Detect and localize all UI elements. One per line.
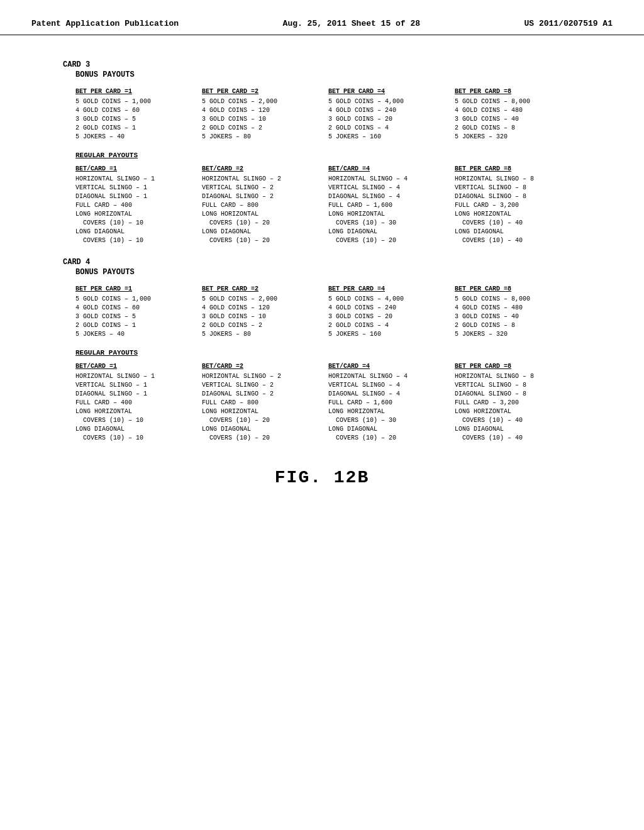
card3-reg-col1-header: BET/CARD =1	[75, 164, 196, 174]
page-header: Patent Application Publication Aug. 25, …	[0, 0, 644, 35]
card3-bonus-col3: BET PER CARD =4 5 GOLD COINS – 4,000 4 G…	[328, 87, 455, 141]
card3-bonus-col1-header: BET PER CARD =1	[75, 87, 196, 96]
card4-bonus-col4-header: BET PER CARD =8	[455, 284, 575, 294]
card4-reg-col4-header: BET PER CARD =8	[455, 362, 575, 371]
card4-regular-grid: BET/CARD =1 HORIZONTAL SLINGO – 1 VERTIC…	[75, 362, 581, 443]
card3-regular-grid: BET/CARD =1 HORIZONTAL SLINGO – 1 VERTIC…	[75, 164, 581, 245]
card4-regular-payout: REGULAR PAYOUTS BET/CARD =1 HORIZONTAL S…	[63, 349, 581, 443]
card4-bonus-col3: BET PER CARD =4 5 GOLD COINS – 4,000 4 G…	[328, 284, 455, 339]
card4-regular-title: REGULAR PAYOUTS	[75, 349, 581, 357]
card3-section: CARD 3 BONUS PAYOUTS BET PER CARD =1 5 G…	[63, 60, 581, 245]
card3-reg-col2: BET/CARD =2 HORIZONTAL SLINGO – 2 VERTIC…	[202, 164, 328, 245]
card4-reg-col1: BET/CARD =1 HORIZONTAL SLINGO – 1 VERTIC…	[75, 362, 202, 443]
page-content: CARD 3 BONUS PAYOUTS BET PER CARD =1 5 G…	[0, 35, 644, 512]
card4-bonus-col4: BET PER CARD =8 5 GOLD COINS – 8,000 4 G…	[455, 284, 581, 339]
card4-bonus-col1: BET PER CARD =1 5 GOLD COINS – 1,000 4 G…	[75, 284, 202, 339]
card4-bonus-col1-header: BET PER CARD =1	[75, 284, 196, 294]
card3-reg-col4: BET PER CARD =8 HORIZONTAL SLINGO – 8 VE…	[455, 164, 581, 245]
card3-bonus-title: BONUS PAYOUTS	[75, 70, 581, 79]
card4-bonus-col2: BET PER CARD =2 5 GOLD COINS – 2,000 4 G…	[202, 284, 328, 339]
card4-bonus-col2-header: BET PER CARD =2	[202, 284, 322, 294]
card3-bonus-grid: BET PER CARD =1 5 GOLD COINS – 1,000 4 G…	[75, 87, 581, 141]
header-center: Aug. 25, 2011 Sheet 15 of 28	[283, 19, 420, 28]
card3-bonus-payout: BET PER CARD =1 5 GOLD COINS – 1,000 4 G…	[63, 87, 581, 141]
card3-reg-col2-header: BET/CARD =2	[202, 164, 322, 174]
card3-bonus-col2-header: BET PER CARD =2	[202, 87, 322, 96]
figure-caption: FIG. 12B	[63, 468, 581, 487]
card3-bonus-col1: BET PER CARD =1 5 GOLD COINS – 1,000 4 G…	[75, 87, 202, 141]
card4-reg-col4: BET PER CARD =8 HORIZONTAL SLINGO – 8 VE…	[455, 362, 581, 443]
card3-bonus-col2: BET PER CARD =2 5 GOLD COINS – 2,000 4 G…	[202, 87, 328, 141]
card4-section: CARD 4 BONUS PAYOUTS BET PER CARD =1 5 G…	[63, 258, 581, 443]
card4-title: CARD 4	[63, 258, 581, 267]
card3-bonus-col4: BET PER CARD =8 5 GOLD COINS – 8,000 4 G…	[455, 87, 581, 141]
card4-reg-col2: BET/CARD =2 HORIZONTAL SLINGO – 2 VERTIC…	[202, 362, 328, 443]
card3-regular-payout: REGULAR PAYOUTS BET/CARD =1 HORIZONTAL S…	[63, 152, 581, 245]
header-left: Patent Application Publication	[31, 19, 179, 28]
card3-reg-col3: BET/CARD =4 HORIZONTAL SLINGO – 4 VERTIC…	[328, 164, 455, 245]
card4-bonus-subtitle: BONUS PAYOUTS	[75, 268, 581, 277]
card3-reg-col4-header: BET PER CARD =8	[455, 164, 575, 174]
card3-title: CARD 3	[63, 60, 581, 69]
card3-reg-col1: BET/CARD =1 HORIZONTAL SLINGO – 1 VERTIC…	[75, 164, 202, 245]
card4-reg-col3: BET/CARD =4 HORIZONTAL SLINGO – 4 VERTIC…	[328, 362, 455, 443]
card3-bonus-col4-header: BET PER CARD =8	[455, 87, 575, 96]
card4-bonus-col3-header: BET PER CARD =4	[328, 284, 448, 294]
card3-reg-col3-header: BET/CARD =4	[328, 164, 448, 174]
card4-reg-col1-header: BET/CARD =1	[75, 362, 196, 371]
card4-bonus-grid: BET PER CARD =1 5 GOLD COINS – 1,000 4 G…	[75, 284, 581, 339]
card3-regular-title: REGULAR PAYOUTS	[75, 152, 581, 159]
header-right: US 2011/0207519 A1	[525, 19, 613, 28]
card4-reg-col2-header: BET/CARD =2	[202, 362, 322, 371]
card3-bonus-col3-header: BET PER CARD =4	[328, 87, 448, 96]
card4-bonus-payout: BET PER CARD =1 5 GOLD COINS – 1,000 4 G…	[63, 284, 581, 339]
card4-reg-col3-header: BET/CARD =4	[328, 362, 448, 371]
